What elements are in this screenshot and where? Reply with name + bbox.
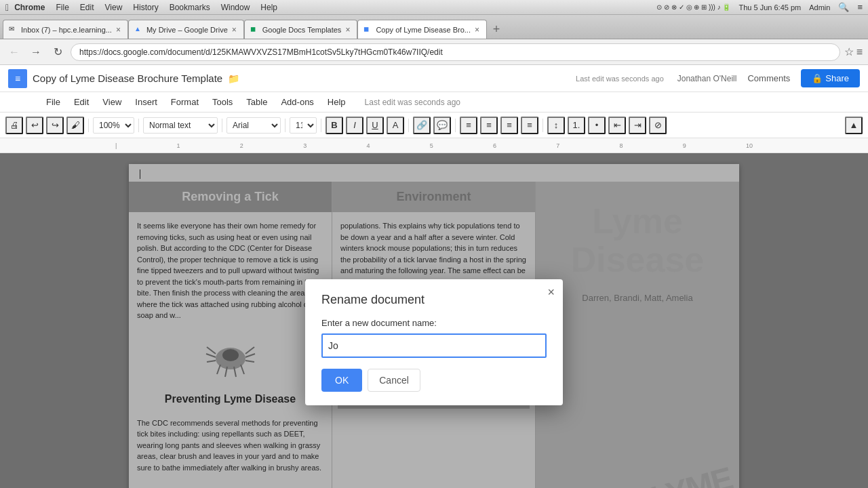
text-color-button[interactable]: A	[387, 117, 404, 134]
print-button[interactable]: 🖨	[5, 117, 23, 134]
tab-drive-title: My Drive – Google Drive	[146, 26, 228, 34]
last-edit-status: Last edit was seconds ago	[365, 98, 460, 107]
url-bar[interactable]: https://docs.google.com/document/d/125KM…	[71, 43, 840, 61]
ruler-mark-2: 2	[240, 142, 243, 149]
increase-indent-button[interactable]: ⇥	[629, 117, 646, 134]
tab-drive-favicon: ▲	[134, 25, 144, 35]
titlebar-help[interactable]: Help	[260, 3, 277, 12]
search-icon[interactable]: 🔍	[838, 2, 849, 12]
new-tab-button[interactable]: +	[487, 20, 506, 39]
tab-inbox-close[interactable]: ×	[115, 25, 122, 35]
menu-bar: File Edit View Insert Format Tools Table…	[0, 92, 868, 113]
menu-format[interactable]: Format	[165, 94, 204, 110]
address-bar: ← → ↻ https://docs.google.com/document/d…	[0, 39, 868, 65]
menu-help[interactable]: Help	[322, 94, 351, 110]
titlebar-chrome[interactable]: Chrome	[14, 3, 45, 12]
dialog-close-button[interactable]: ×	[547, 286, 555, 298]
ruler-mark-0: |	[115, 142, 117, 149]
settings-icon[interactable]: ≡	[856, 46, 863, 58]
menu-view[interactable]: View	[97, 94, 127, 110]
menu-table[interactable]: Table	[241, 94, 273, 110]
align-left-button[interactable]: ≡	[460, 117, 477, 134]
ruler-mark-8: 8	[619, 142, 623, 149]
toolbar-separator-2	[138, 119, 139, 132]
dialog-ok-button[interactable]: OK	[321, 369, 362, 392]
docs-logo: ≡	[8, 69, 27, 88]
collapse-toolbar-button[interactable]: ▲	[845, 117, 863, 134]
tab-copy-close[interactable]: ×	[473, 25, 481, 35]
forward-button[interactable]: →	[27, 43, 45, 61]
align-center-button[interactable]: ≡	[480, 117, 498, 134]
menu-addons[interactable]: Add-ons	[275, 94, 319, 110]
system-icons: ⊙ ⊘ ⊗ ✓ ◎ ⊕ ⊞ ))) ♪ 🔋	[656, 3, 730, 11]
toolbar-separator-5	[321, 119, 321, 132]
bullet-list-button[interactable]: •	[588, 117, 606, 134]
redo-button[interactable]: ↪	[46, 117, 64, 134]
font-size-select[interactable]: 11	[290, 117, 317, 134]
comment-button[interactable]: 💬	[433, 117, 451, 134]
share-label: Share	[825, 73, 849, 83]
bookmark-icon[interactable]: ☆	[844, 45, 854, 58]
align-right-button[interactable]: ≡	[500, 117, 518, 134]
url-text: https://docs.google.com/document/d/125KM…	[79, 47, 443, 57]
titlebar-bookmarks[interactable]: Bookmarks	[170, 3, 210, 12]
toolbar-separator-4	[285, 119, 285, 132]
style-select[interactable]: Normal text	[143, 117, 218, 134]
share-icon: 🔒	[812, 73, 823, 83]
tab-copy-title: Copy of Lyme Disease Bro...	[376, 26, 471, 34]
toolbar-separator-3	[222, 119, 222, 132]
toolbar-separator-1	[88, 119, 89, 132]
apple-menu[interactable]: 	[5, 2, 9, 13]
share-button[interactable]: 🔒 Share	[801, 69, 860, 87]
comments-button[interactable]: Comments	[742, 73, 795, 83]
menu-file[interactable]: File	[41, 94, 66, 110]
tab-templates-close[interactable]: ×	[344, 25, 351, 35]
paint-format-button[interactable]: 🖌	[66, 117, 84, 134]
title-bar:  Chrome File Edit View History Bookmark…	[0, 0, 868, 15]
ruler-mark-4: 4	[366, 142, 370, 149]
tab-inbox[interactable]: ✉ Inbox (7) – hpc.e.learning... ×	[3, 20, 128, 39]
menu-icon[interactable]: ≡	[857, 2, 863, 12]
rename-input[interactable]	[321, 333, 547, 358]
titlebar-view[interactable]: View	[105, 3, 123, 12]
font-select[interactable]: Arial	[226, 117, 281, 134]
line-spacing-button[interactable]: ↕	[547, 117, 565, 134]
tab-templates-title: Google Docs Templates	[262, 26, 342, 34]
back-button[interactable]: ←	[5, 43, 23, 61]
menu-edit[interactable]: Edit	[68, 94, 94, 110]
address-bar-actions: ☆ ≡	[844, 45, 863, 58]
tab-copy-favicon: ◼	[363, 25, 373, 35]
align-justify-button[interactable]: ≡	[521, 117, 538, 134]
ruler-marks: | 1 2 3 4 5 6 7 8 9 10	[115, 142, 753, 149]
dialog-cancel-button[interactable]: Cancel	[368, 369, 420, 392]
toolbar-separator-6	[408, 119, 409, 132]
italic-button[interactable]: I	[346, 117, 363, 134]
titlebar-history[interactable]: History	[133, 3, 158, 12]
docs-header: ≡ Copy of Lyme Disease Brochure Template…	[0, 65, 868, 92]
refresh-button[interactable]: ↻	[49, 43, 66, 61]
tab-drive-close[interactable]: ×	[231, 25, 238, 35]
ruler-mark-9: 9	[683, 142, 686, 149]
zoom-select[interactable]: 100%	[93, 117, 134, 134]
format-clear-button[interactable]: ⊘	[649, 117, 667, 134]
doc-title: Copy of Lyme Disease Brochure Template	[33, 73, 222, 84]
decrease-indent-button[interactable]: ⇤	[608, 117, 626, 134]
bold-button[interactable]: B	[326, 117, 343, 134]
numbered-list-button[interactable]: 1.	[568, 117, 585, 134]
menu-insert[interactable]: Insert	[130, 94, 163, 110]
tab-templates[interactable]: ◼ Google Docs Templates ×	[244, 20, 358, 39]
tab-copy[interactable]: ◼ Copy of Lyme Disease Bro... ×	[357, 20, 487, 39]
datetime: Thu 5 Jun 6:45 pm	[738, 3, 801, 12]
dialog-buttons: OK Cancel	[321, 369, 547, 392]
ruler-mark-1: 1	[177, 142, 180, 149]
user-name: Jonathan O'Neill	[677, 74, 737, 83]
menu-tools[interactable]: Tools	[207, 94, 238, 110]
tab-drive[interactable]: ▲ My Drive – Google Drive ×	[128, 20, 244, 39]
titlebar-file[interactable]: File	[56, 3, 68, 12]
titlebar-edit[interactable]: Edit	[80, 3, 94, 12]
ruler-mark-10: 10	[746, 142, 753, 149]
titlebar-window[interactable]: Window	[221, 3, 250, 12]
undo-button[interactable]: ↩	[26, 117, 43, 134]
link-button[interactable]: 🔗	[413, 117, 431, 134]
underline-button[interactable]: U	[366, 117, 384, 134]
